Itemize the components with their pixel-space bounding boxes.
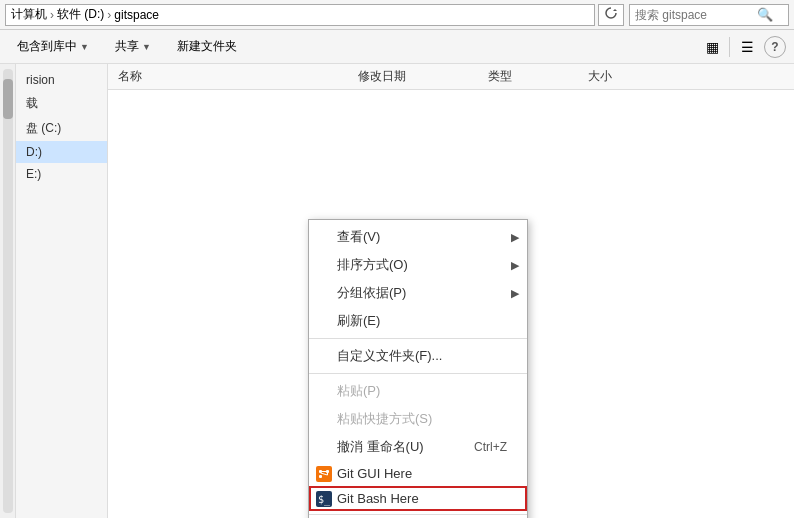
- scrollbar-thumb[interactable]: [3, 79, 13, 119]
- menu-customize-label: 自定义文件夹(F)...: [337, 347, 442, 365]
- sidebar-item-rision-label: rision: [26, 73, 55, 87]
- sidebar-item-e[interactable]: E:): [16, 163, 107, 185]
- view-icon: ▦: [706, 39, 719, 55]
- sidebar-item-e-label: E:): [26, 167, 41, 181]
- toolbar: 包含到库中 ▼ 共享 ▼ 新建文件夹 ▦ ☰ ?: [0, 30, 794, 64]
- search-box[interactable]: 🔍: [629, 4, 789, 26]
- view-toggle-button[interactable]: ▦: [699, 34, 725, 60]
- scrollbar-track[interactable]: [3, 69, 13, 513]
- search-icon: 🔍: [757, 7, 773, 22]
- menu-item-refresh[interactable]: 刷新(E): [309, 307, 527, 335]
- new-folder-label: 新建文件夹: [177, 38, 237, 55]
- view-details-icon: ☰: [741, 39, 754, 55]
- menu-git-gui-label: Git GUI Here: [337, 466, 412, 481]
- submenu-arrow-view: ▶: [511, 231, 519, 244]
- context-menu: 查看(V) ▶ 排序方式(O) ▶ 分组依据(P) ▶ 刷新(E) 自定义文件夹…: [308, 219, 528, 518]
- share-label: 共享: [115, 38, 139, 55]
- sidebar-item-c[interactable]: 盘 (C:): [16, 116, 107, 141]
- share-arrow-icon: ▼: [142, 42, 151, 52]
- left-scrollbar[interactable]: [0, 64, 16, 518]
- menu-paste-label: 粘贴(P): [337, 382, 380, 400]
- menu-refresh-label: 刷新(E): [337, 312, 380, 330]
- svg-marker-0: [613, 9, 617, 11]
- svg-rect-4: [319, 475, 322, 478]
- breadcrumb[interactable]: 计算机 › 软件 (D:) › gitspace: [5, 4, 595, 26]
- search-input[interactable]: [635, 8, 755, 22]
- menu-sort-label: 排序方式(O): [337, 256, 408, 274]
- menu-git-bash-label: Git Bash Here: [337, 491, 419, 506]
- sidebar-item-download[interactable]: 载: [16, 91, 107, 116]
- include-library-label: 包含到库中: [17, 38, 77, 55]
- col-name-header: 名称: [118, 68, 358, 85]
- help-button[interactable]: ?: [764, 36, 786, 58]
- view-details-button[interactable]: ☰: [734, 34, 760, 60]
- column-headers: 名称 修改日期 类型 大小: [108, 64, 794, 90]
- sidebar-item-c-label: 盘 (C:): [26, 121, 61, 135]
- menu-item-git-bash[interactable]: $_ Git Bash Here: [309, 486, 527, 511]
- git-bash-icon: $_: [315, 490, 333, 508]
- menu-view-label: 查看(V): [337, 228, 380, 246]
- breadcrumb-folder: gitspace: [114, 8, 159, 22]
- sidebar-item-d[interactable]: D:): [16, 141, 107, 163]
- menu-item-undo[interactable]: 撤消 重命名(U) Ctrl+Z: [309, 433, 527, 461]
- sidebar-item-rision[interactable]: rision: [16, 69, 107, 91]
- help-icon: ?: [771, 40, 778, 54]
- menu-item-paste: 粘贴(P): [309, 377, 527, 405]
- svg-rect-2: [319, 470, 322, 473]
- refresh-button[interactable]: [598, 4, 624, 26]
- col-size-header: 大小: [588, 68, 668, 85]
- col-date-header: 修改日期: [358, 68, 488, 85]
- toolbar-divider: [729, 37, 730, 57]
- main-layout: rision 载 盘 (C:) D:) E:) 名称 修改日期 类型 大小 该文…: [0, 64, 794, 518]
- menu-separator-1: [309, 338, 527, 339]
- submenu-arrow-group: ▶: [511, 287, 519, 300]
- breadcrumb-sep1: ›: [50, 8, 54, 22]
- refresh-icon: [604, 6, 618, 23]
- sidebar-item-d-label: D:): [26, 145, 42, 159]
- col-type-header: 类型: [488, 68, 588, 85]
- svg-text:$_: $_: [318, 494, 331, 506]
- menu-item-sort[interactable]: 排序方式(O) ▶: [309, 251, 527, 279]
- menu-item-customize[interactable]: 自定义文件夹(F)...: [309, 342, 527, 370]
- menu-item-paste-shortcut: 粘贴快捷方式(S): [309, 405, 527, 433]
- submenu-arrow-sort: ▶: [511, 259, 519, 272]
- menu-separator-3: [309, 514, 527, 515]
- menu-separator-2: [309, 373, 527, 374]
- breadcrumb-computer: 计算机: [11, 6, 47, 23]
- share-button[interactable]: 共享 ▼: [106, 34, 160, 60]
- menu-item-git-gui[interactable]: Git GUI Here: [309, 461, 527, 486]
- sidebar-item-download-label: 载: [26, 96, 38, 110]
- svg-rect-3: [326, 470, 329, 473]
- address-bar: 计算机 › 软件 (D:) › gitspace 🔍: [0, 0, 794, 30]
- file-pane: 名称 修改日期 类型 大小 该文件夹为空。 查看(V) ▶ 排序方式(O) ▶ …: [108, 64, 794, 518]
- menu-item-group[interactable]: 分组依据(P) ▶: [309, 279, 527, 307]
- menu-undo-shortcut: Ctrl+Z: [474, 440, 507, 454]
- search-button[interactable]: 🔍: [755, 4, 775, 26]
- git-gui-icon: [315, 465, 333, 483]
- breadcrumb-sep2: ›: [107, 8, 111, 22]
- sidebar: rision 载 盘 (C:) D:) E:): [16, 64, 108, 518]
- menu-item-view[interactable]: 查看(V) ▶: [309, 223, 527, 251]
- include-library-button[interactable]: 包含到库中 ▼: [8, 34, 98, 60]
- new-folder-button[interactable]: 新建文件夹: [168, 34, 246, 60]
- include-arrow-icon: ▼: [80, 42, 89, 52]
- menu-paste-shortcut-label: 粘贴快捷方式(S): [337, 410, 432, 428]
- breadcrumb-drive: 软件 (D:): [57, 6, 104, 23]
- menu-group-label: 分组依据(P): [337, 284, 406, 302]
- menu-undo-label: 撤消 重命名(U): [337, 438, 424, 456]
